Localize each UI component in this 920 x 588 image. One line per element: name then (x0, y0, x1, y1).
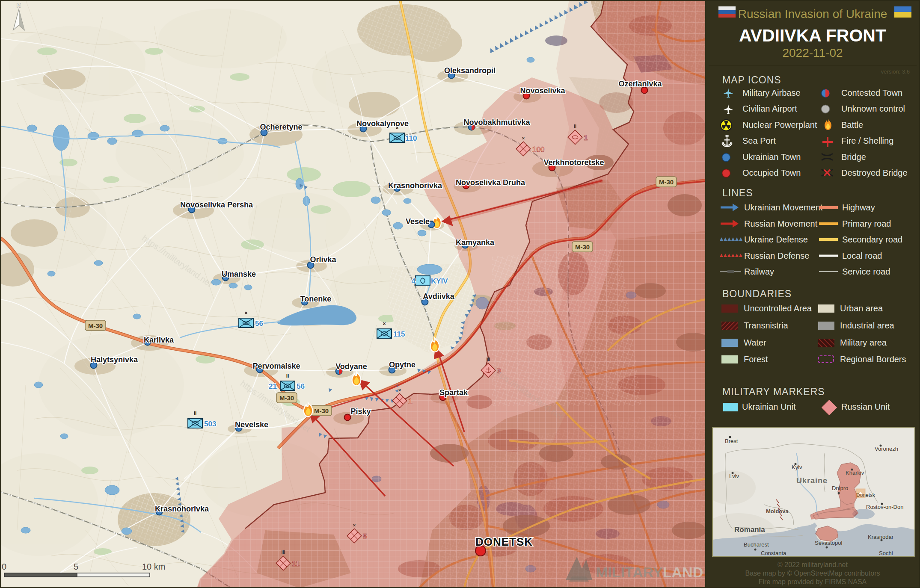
svg-text:III: III (486, 357, 490, 362)
svg-text:Verkhnotoretske: Verkhnotoretske (543, 158, 604, 167)
svg-text:Oleksandropil: Oleksandropil (444, 66, 496, 75)
svg-text:MILITARYLAND: MILITARYLAND (596, 564, 703, 580)
svg-text:Lviv: Lviv (729, 473, 739, 479)
svg-text:Moldova: Moldova (766, 508, 789, 514)
svg-text:Spartak: Spartak (439, 388, 468, 397)
svg-text:×: × (522, 136, 525, 141)
svg-text:Krasnodar: Krasnodar (868, 534, 894, 540)
svg-text:Avdiivka: Avdiivka (423, 292, 454, 301)
svg-text:KYIV: KYIV (431, 277, 448, 285)
svg-text:M-30: M-30 (314, 407, 329, 414)
svg-text:5: 5 (74, 562, 78, 571)
svg-text:DONETSK: DONETSK (475, 535, 533, 548)
svg-text:11: 11 (292, 560, 300, 568)
svg-text:115: 115 (393, 330, 405, 338)
svg-text:4: 4 (412, 277, 416, 285)
svg-text:Krasnohorivka: Krasnohorivka (388, 181, 442, 190)
svg-text:Krasnohorivka: Krasnohorivka (155, 505, 209, 513)
svg-text:Ozerianivka: Ozerianivka (618, 80, 662, 88)
svg-text:1: 1 (408, 397, 412, 405)
svg-text:II: II (574, 124, 576, 129)
svg-text:M-30: M-30 (279, 394, 294, 402)
svg-text:Sochi: Sochi (879, 550, 893, 556)
svg-text:Vesele: Vesele (406, 217, 430, 226)
svg-text:Sevastopol: Sevastopol (815, 540, 842, 546)
svg-text:Novoselivka Druha: Novoselivka Druha (456, 178, 525, 187)
svg-text:Karlivka: Karlivka (144, 336, 174, 344)
svg-text:Rostov-on-Don: Rostov-on-Don (866, 504, 903, 510)
svg-text:Tonenke: Tonenke (300, 295, 332, 303)
svg-text:10 km: 10 km (142, 562, 165, 571)
svg-text:II: II (194, 411, 197, 417)
svg-text:Bucharest: Bucharest (744, 541, 769, 548)
svg-text:III: III (281, 550, 285, 555)
svg-text:M-30: M-30 (659, 178, 674, 186)
svg-text:Novoselivka Persha: Novoselivka Persha (180, 201, 253, 209)
svg-text:Constanta: Constanta (761, 550, 786, 556)
svg-text:Novoselivka: Novoselivka (520, 86, 565, 95)
svg-text:Romania: Romania (734, 526, 765, 534)
svg-text:Orlivka: Orlivka (310, 255, 336, 264)
svg-text:Novobakhmutivka: Novobakhmutivka (463, 118, 530, 127)
svg-text:Dnipro: Dnipro (832, 485, 848, 491)
svg-text:Novokalynove: Novokalynove (356, 119, 409, 128)
svg-text:110: 110 (405, 134, 417, 142)
svg-text:Kamyanka: Kamyanka (456, 238, 495, 247)
svg-text:0: 0 (2, 562, 6, 571)
svg-text:Brest: Brest (725, 438, 738, 444)
svg-text:Opytne: Opytne (389, 360, 415, 369)
svg-text:Ocheretyne: Ocheretyne (260, 123, 302, 131)
svg-text:1: 1 (584, 134, 588, 142)
svg-text:M-30: M-30 (88, 322, 103, 329)
svg-text:N: N (17, 2, 21, 9)
svg-text:M-30: M-30 (575, 243, 590, 251)
svg-text:×: × (244, 310, 247, 316)
svg-text:×: × (398, 387, 401, 393)
svg-text:Kyiv: Kyiv (792, 464, 802, 470)
svg-text:56: 56 (255, 319, 263, 328)
svg-text:Kharkiv: Kharkiv (846, 470, 864, 476)
svg-text:503: 503 (204, 420, 216, 428)
svg-text:Halytsynivka: Halytsynivka (91, 355, 138, 364)
svg-text:Pisky: Pisky (350, 407, 371, 416)
svg-text:Ukraine: Ukraine (796, 476, 828, 485)
svg-text:5: 5 (363, 532, 367, 541)
svg-text:Vodyane: Vodyane (335, 362, 367, 371)
svg-text:Umanske: Umanske (222, 270, 256, 278)
svg-text:Voronezh: Voronezh (875, 446, 898, 452)
svg-text:21: 21 (269, 382, 277, 390)
svg-text:×: × (353, 523, 356, 528)
svg-text:56: 56 (297, 382, 305, 390)
svg-text:100: 100 (532, 145, 544, 154)
svg-text:Nevelske: Nevelske (235, 420, 268, 429)
svg-text:Pervomaiske: Pervomaiske (252, 362, 300, 370)
svg-text:×: × (383, 321, 386, 327)
svg-text:II: II (286, 373, 289, 379)
